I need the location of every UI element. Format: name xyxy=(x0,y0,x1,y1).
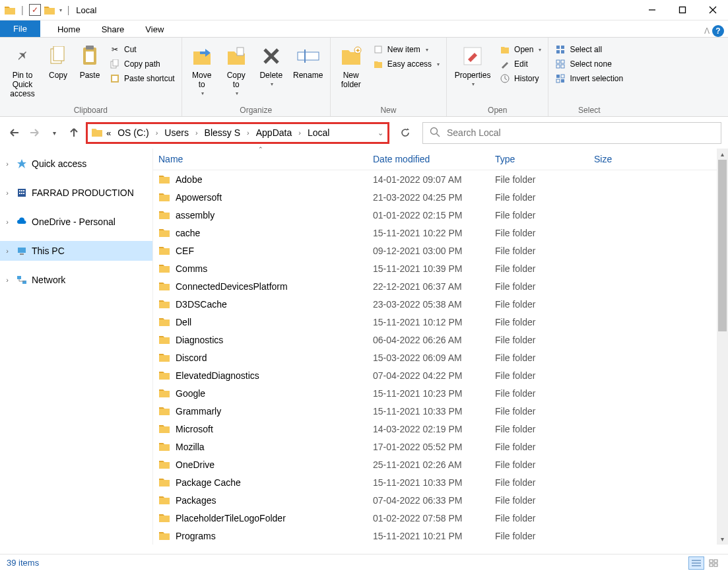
address-bar[interactable]: « OS (C:)› Users› Blessy S› AppData› Loc… xyxy=(86,122,389,144)
expand-icon[interactable]: › xyxy=(3,276,12,284)
copy-button[interactable]: Copy xyxy=(44,40,73,80)
chevron-right-icon[interactable]: › xyxy=(244,129,252,137)
cut-button[interactable]: ✂Cut xyxy=(107,43,178,56)
new-item-button[interactable]: New item▾ xyxy=(370,43,442,56)
help-button[interactable]: ? xyxy=(712,25,724,37)
table-row[interactable]: Adobe14-01-2022 09:07 AMFile folder xyxy=(153,170,728,188)
details-view-button[interactable] xyxy=(688,556,704,570)
breadcrumb-segment[interactable]: Users› xyxy=(162,126,200,139)
scroll-track[interactable] xyxy=(717,160,728,533)
breadcrumb-segment[interactable]: Local xyxy=(305,126,332,139)
breadcrumb-segment[interactable]: Blessy S› xyxy=(202,126,252,139)
label: Cut xyxy=(124,45,137,54)
scroll-up-button[interactable]: ▴ xyxy=(717,149,728,160)
table-row[interactable]: Diagnostics06-04-2022 06:26 AMFile folde… xyxy=(153,331,728,349)
search-input[interactable] xyxy=(447,127,714,138)
refresh-button[interactable] xyxy=(397,125,413,141)
chevron-right-icon[interactable]: › xyxy=(193,129,201,137)
file-date: 17-01-2022 05:52 PM xyxy=(368,442,490,452)
back-button[interactable] xyxy=(7,125,22,141)
open-button[interactable]: Open▾ xyxy=(497,43,544,56)
easy-access-button[interactable]: Easy access▾ xyxy=(370,57,442,71)
sidebar-item[interactable]: ›This PC xyxy=(0,241,152,261)
paste-button[interactable]: Paste xyxy=(75,40,104,80)
edit-button[interactable]: Edit xyxy=(497,57,544,71)
copy-to-button[interactable]: Copy to▾ xyxy=(220,40,252,96)
new-folder-button[interactable]: ✦ New folder xyxy=(335,40,368,89)
table-row[interactable]: D3DSCache23-03-2022 05:38 AMFile folder xyxy=(153,295,728,313)
tab-file[interactable]: File xyxy=(0,20,40,37)
search-box[interactable] xyxy=(422,122,721,144)
table-row[interactable]: PlaceholderTileLogoFolder01-02-2022 07:5… xyxy=(153,509,728,527)
delete-button[interactable]: Delete▾ xyxy=(255,40,288,87)
expand-icon[interactable]: › xyxy=(3,189,12,197)
collapse-ribbon-icon[interactable]: ᐱ xyxy=(704,26,710,36)
table-row[interactable]: Apowersoft21-03-2022 04:25 PMFile folder xyxy=(153,188,728,206)
file-name: Grammarly xyxy=(176,406,221,417)
recent-locations-button[interactable]: ▾ xyxy=(46,125,62,141)
column-header-size[interactable]: Size xyxy=(589,149,648,170)
breadcrumb-segment[interactable]: OS (C:)› xyxy=(115,126,160,139)
scroll-down-button[interactable]: ▾ xyxy=(717,533,728,545)
scrollbar[interactable]: ▴ ▾ xyxy=(717,149,728,545)
table-row[interactable]: Dell15-11-2021 10:12 PMFile folder xyxy=(153,313,728,331)
svg-rect-1 xyxy=(680,7,686,13)
rename-button[interactable]: Rename xyxy=(290,40,326,80)
table-row[interactable]: OneDrive25-11-2021 02:26 AMFile folder xyxy=(153,455,728,473)
tab-share[interactable]: Share xyxy=(91,22,135,37)
invert-selection-button[interactable]: Invert selection xyxy=(552,72,626,85)
chevron-down-icon[interactable]: ⌄ xyxy=(378,129,383,137)
table-row[interactable]: Mozilla17-01-2022 05:52 PMFile folder xyxy=(153,438,728,455)
chevron-right-icon[interactable]: › xyxy=(153,129,161,137)
table-row[interactable]: Google15-11-2021 10:23 PMFile folder xyxy=(153,384,728,402)
expand-icon[interactable]: › xyxy=(3,218,12,226)
table-row[interactable]: CEF09-12-2021 03:00 PMFile folder xyxy=(153,242,728,259)
breadcrumb-segment[interactable]: AppData› xyxy=(253,126,304,139)
table-row[interactable]: cache15-11-2021 10:22 PMFile folder xyxy=(153,224,728,242)
table-row[interactable]: Microsoft14-03-2022 02:19 PMFile folder xyxy=(153,420,728,438)
close-button[interactable] xyxy=(698,0,728,20)
sidebar-item[interactable]: ›Network xyxy=(0,270,152,290)
column-header-date[interactable]: Date modified xyxy=(368,149,490,170)
select-all-button[interactable]: Select all xyxy=(552,43,626,56)
table-row[interactable]: Discord15-03-2022 06:09 AMFile folder xyxy=(153,349,728,366)
forward-button[interactable] xyxy=(26,125,42,141)
sidebar-item[interactable]: ›OneDrive - Personal xyxy=(0,212,152,232)
history-button[interactable]: History xyxy=(497,72,544,85)
tab-home[interactable]: Home xyxy=(47,22,91,37)
checkbox-icon[interactable]: ✓ xyxy=(29,4,41,16)
table-row[interactable]: Comms15-11-2021 10:39 PMFile folder xyxy=(153,259,728,277)
content-area: ›Quick access›FARRAD PRODUCTION›OneDrive… xyxy=(0,149,728,545)
separator: | xyxy=(18,5,26,15)
table-row[interactable]: Package Cache15-11-2021 10:33 PMFile fol… xyxy=(153,473,728,491)
table-row[interactable]: Packages07-04-2022 06:33 PMFile folder xyxy=(153,491,728,509)
minimize-button[interactable] xyxy=(637,0,667,20)
table-row[interactable]: ConnectedDevicesPlatform22-12-2021 06:37… xyxy=(153,277,728,295)
chevron-right-icon[interactable]: › xyxy=(296,129,304,137)
table-row[interactable]: ElevatedDiagnostics07-04-2022 04:22 PMFi… xyxy=(153,366,728,384)
properties-button[interactable]: Properties▾ xyxy=(451,40,494,87)
sidebar-item[interactable]: ›Quick access xyxy=(0,154,152,174)
up-button[interactable] xyxy=(66,125,82,141)
scroll-thumb[interactable] xyxy=(718,160,727,331)
column-header-type[interactable]: Type xyxy=(490,149,589,170)
expand-icon[interactable]: › xyxy=(3,160,12,168)
large-icons-view-button[interactable] xyxy=(706,556,721,570)
table-row[interactable]: assembly01-01-2022 02:15 PMFile folder xyxy=(153,206,728,224)
tab-view[interactable]: View xyxy=(135,22,174,37)
select-none-button[interactable]: Select none xyxy=(552,57,626,71)
table-row[interactable]: Programs15-11-2021 10:21 PMFile folder xyxy=(153,527,728,545)
chevron-down-icon[interactable]: ▾ xyxy=(59,7,62,13)
file-type: File folder xyxy=(490,424,589,434)
file-list[interactable]: Adobe14-01-2022 09:07 AMFile folderApowe… xyxy=(153,170,728,545)
sidebar-item[interactable]: ›FARRAD PRODUCTION xyxy=(0,183,152,203)
maximize-button[interactable] xyxy=(667,0,698,20)
pin-to-quick-access-button[interactable]: Pin to Quick access xyxy=(4,40,41,98)
file-type: File folder xyxy=(490,495,589,506)
paste-shortcut-button[interactable]: Paste shortcut xyxy=(107,72,178,85)
copy-path-button[interactable]: Copy path xyxy=(107,57,178,71)
move-to-button[interactable]: Move to▾ xyxy=(186,40,218,96)
label: New item xyxy=(387,45,420,54)
table-row[interactable]: Grammarly15-11-2021 10:33 PMFile folder xyxy=(153,402,728,420)
expand-icon[interactable]: › xyxy=(3,247,12,255)
